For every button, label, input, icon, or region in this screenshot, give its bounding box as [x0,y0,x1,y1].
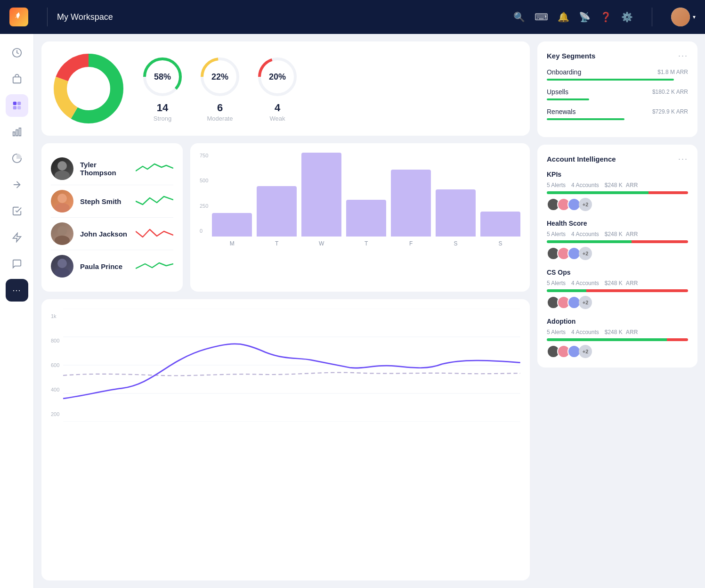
main-content: 58% 14 Strong 22% [34,34,705,588]
svg-rect-4 [13,106,16,109]
segment-name: Onboarding [547,68,581,76]
app-logo [9,8,28,26]
avatar-image [671,8,690,26]
ai-avatars: +2 [547,345,688,358]
sidebar-item-messages[interactable] [6,253,28,275]
bar [391,170,431,237]
line-y-label: 600 [51,362,59,368]
bar [346,200,386,237]
svg-point-21 [57,194,67,203]
svg-rect-1 [13,77,21,83]
sidebar-item-more[interactable]: ··· [6,279,28,302]
key-segments-more-button[interactable]: ··· [678,51,688,61]
right-column: Key Segments ··· Onboarding $1.8 M ARR U… [537,41,697,580]
ai-accounts: 4 Accounts [571,231,599,237]
line-y-label: 1k [51,313,59,319]
bar-x-label: T [346,240,386,247]
sidebar-item-bag[interactable] [6,68,28,90]
workspace-title: My Workspace [57,12,513,22]
card-header: Key Segments ··· [547,51,688,61]
ai-accounts: 4 Accounts [571,280,599,286]
key-segments-title: Key Segments [547,52,595,60]
ai-bar-green [547,289,586,292]
strong-label: Strong [154,115,171,122]
settings-icon[interactable]: ⚙️ [621,11,633,23]
ai-alerts: 5 Alerts [547,231,566,237]
sidebar-item-reports[interactable] [6,147,28,170]
search-icon[interactable]: 🔍 [513,11,525,23]
bar-x-label: S [436,240,476,247]
svg-point-22 [55,203,70,212]
sidebar-item-analytics[interactable] [6,121,28,143]
ai-section-kpis: KPIs 5 Alerts 4 Accounts $248 K ARR [547,171,688,211]
sidebar: ··· [0,34,34,588]
sidebar-item-connections[interactable] [6,173,28,196]
ai-arr: $248 K ARR [605,329,638,335]
list-item[interactable]: Paula Prince [51,250,173,282]
bar-chart-card: 750 500 250 0 [190,143,530,292]
bar-x-label: F [391,240,431,247]
app-body: ··· [0,34,705,588]
segment-value: $180.2 K ARR [652,89,688,95]
sidebar-item-integrations[interactable] [6,226,28,249]
list-item[interactable]: Tyler Thompson [51,153,173,185]
app-header: My Workspace 🔍 ⌨ 🔔 📡 ❓ ⚙️ ▾ [0,0,705,34]
ai-accounts: 4 Accounts [571,182,599,188]
segment-bar [547,98,589,100]
monitor-icon[interactable]: 📡 [579,11,591,23]
svg-point-20 [55,171,70,180]
avatar [51,157,73,180]
bar-x-label: M [212,240,252,247]
svg-point-23 [57,226,67,236]
segment-top: Upsells $180.2 K ARR [547,88,688,96]
bar [212,213,252,237]
score-circle-strong: 58% [141,56,184,98]
ai-bar-red [667,338,688,341]
sidebar-item-tasks[interactable] [6,200,28,222]
bar [436,189,476,237]
weak-pct: 20% [269,72,286,82]
weak-count: 4 [275,102,280,114]
ai-progress-bar [547,240,688,243]
ai-card-header: Account Intelligence ··· [547,154,688,164]
segment-name: Upsells [547,88,568,96]
avatar [51,222,73,245]
ai-progress-bar [547,191,688,194]
help-icon[interactable]: ❓ [600,11,612,23]
shortcuts-icon[interactable]: ⌨ [535,11,548,23]
header-icons: 🔍 ⌨ 🔔 📡 ❓ ⚙️ ▾ [513,8,696,26]
ai-bar-red [586,289,688,292]
ai-stats: 5 Alerts 4 Accounts $248 K ARR [547,182,688,188]
bell-icon[interactable]: 🔔 [558,11,569,23]
score-items: 58% 14 Strong 22% [141,56,299,122]
moderate-pct: 22% [211,72,228,82]
segment-top: Onboarding $1.8 M ARR [547,68,688,76]
bar-x-label: S [480,240,520,247]
score-moderate: 22% 6 Moderate [199,56,241,122]
sidebar-item-dashboard[interactable] [6,41,28,64]
line-y-label: 400 [51,387,59,392]
people-card: Tyler Thompson Steph Smith [41,143,183,292]
segment-row-renewals: Renewals $729.9 K ARR [547,108,688,120]
user-avatar-dropdown[interactable]: ▾ [671,8,696,26]
svg-point-24 [55,236,70,245]
ai-title: Account Intelligence [547,155,616,163]
score-strong: 58% 14 Strong [141,56,184,122]
strong-count: 14 [157,102,168,114]
sidebar-item-grid[interactable] [6,94,28,117]
ai-alerts: 5 Alerts [547,280,566,286]
ai-section-title: CS Ops [547,269,688,276]
list-item[interactable]: John Jackson [51,218,173,250]
segment-row-upsells: Upsells $180.2 K ARR [547,88,688,100]
ai-more-button[interactable]: ··· [678,154,688,164]
bar [257,186,297,237]
segment-value: $1.8 M ARR [657,69,688,75]
person-name: John Jackson [80,230,129,238]
person-name: Paula Prince [80,262,129,270]
list-item[interactable]: Steph Smith [51,185,173,218]
svg-rect-6 [13,132,15,136]
avatar [51,255,73,278]
ai-stats: 5 Alerts 4 Accounts $248 K ARR [547,231,688,237]
avatar-extra: +2 [579,198,592,211]
moderate-label: Moderate [207,115,233,122]
